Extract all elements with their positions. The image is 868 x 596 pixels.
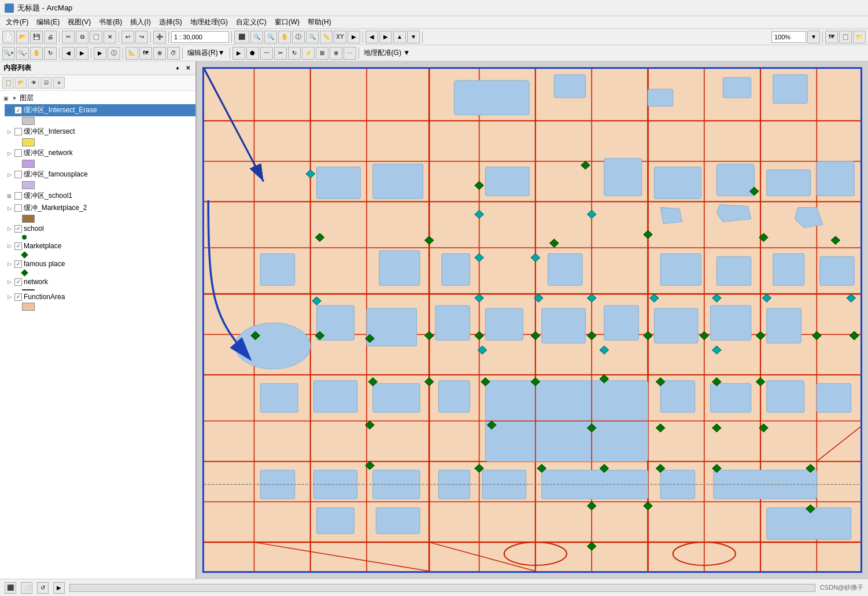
layer-symbol-8 bbox=[21, 251, 28, 259]
copy-button[interactable]: ⧉ bbox=[76, 31, 88, 43]
cut-button[interactable]: ✂ bbox=[62, 31, 75, 43]
edit-tool[interactable]: ▶ bbox=[232, 47, 245, 60]
rotate-tool[interactable]: ↻ bbox=[44, 47, 57, 60]
status-btn-2[interactable]: ⬜ bbox=[21, 582, 32, 594]
measure-tool[interactable]: 📐 bbox=[125, 47, 138, 60]
status-rotate-btn[interactable]: ↺ bbox=[37, 582, 49, 594]
layer-row-header-3[interactable]: ▷ 缓冲区_network bbox=[5, 147, 195, 159]
layer-row-header-4[interactable]: ▷ 缓冲区_famousplace bbox=[5, 168, 195, 181]
edit-reshape-tool[interactable]: 〰 bbox=[260, 47, 273, 60]
menu-edit[interactable]: 编辑(E) bbox=[33, 16, 63, 28]
toc-list-by-selection-btn[interactable]: ☑ bbox=[40, 77, 52, 89]
toc-list-by-visibility-btn[interactable]: 👁 bbox=[28, 77, 39, 89]
pan-down-button[interactable]: ▼ bbox=[407, 31, 420, 43]
menu-bookmarks[interactable]: 书签(B) bbox=[95, 16, 125, 28]
edit-more-tool[interactable]: ⋯ bbox=[343, 47, 356, 60]
status-scrollbar[interactable] bbox=[69, 584, 815, 592]
measure-button[interactable]: 📏 bbox=[320, 31, 333, 43]
save-button[interactable]: 💾 bbox=[30, 31, 43, 43]
toc-pin-icon[interactable]: ♦ bbox=[173, 64, 182, 72]
find-route-tool[interactable]: 🗺 bbox=[139, 47, 152, 60]
toc-list-by-drawing-btn[interactable]: 📋 bbox=[2, 77, 14, 89]
toc-group-header[interactable]: ▣ ▼ 图层 bbox=[0, 92, 195, 104]
layer-row-header-2[interactable]: ▷ 缓冲区_Intersect bbox=[5, 126, 195, 138]
menu-file[interactable]: 文件(F) bbox=[2, 16, 32, 28]
menu-select[interactable]: 选择(S) bbox=[156, 16, 186, 28]
zoom-percent-input[interactable] bbox=[771, 31, 806, 43]
layer-row-header-1[interactable]: ▽ 缓冲区_Intersect_Erase bbox=[5, 104, 195, 116]
add-data-button[interactable]: ➕ bbox=[153, 31, 166, 43]
forward-extent-button[interactable]: ▶ bbox=[76, 47, 88, 60]
layer-row-header-5[interactable]: ⊞ 缓冲区_school1 bbox=[5, 190, 195, 202]
pan-left-button[interactable]: ◀ bbox=[365, 31, 378, 43]
identify-button[interactable]: ⓘ bbox=[292, 31, 305, 43]
go-to-xy-button[interactable]: XY bbox=[334, 31, 346, 43]
layer-symbol-6 bbox=[22, 215, 35, 223]
status-btn-1[interactable]: ⬛ bbox=[5, 582, 16, 594]
layer-row-header-11[interactable]: ▷ FunctionArea bbox=[5, 292, 195, 302]
layer-checkbox-8[interactable] bbox=[14, 242, 22, 250]
zoom-out-button[interactable]: 🔍 bbox=[264, 31, 277, 43]
edit-cut-tool[interactable]: ⚡ bbox=[302, 47, 315, 60]
edit-merge-tool[interactable]: ⊞ bbox=[316, 47, 328, 60]
zoom-out-tool[interactable]: 🔍- bbox=[16, 47, 29, 60]
layer-checkbox-4[interactable] bbox=[14, 171, 22, 178]
catalog-button[interactable]: 📁 bbox=[853, 31, 866, 43]
svg-rect-38 bbox=[817, 161, 854, 196]
select-elements-button[interactable]: ▶ bbox=[348, 31, 360, 43]
menu-view[interactable]: 视图(V) bbox=[64, 16, 94, 28]
menu-customize[interactable]: 自定义(C) bbox=[232, 16, 270, 28]
open-button[interactable]: 📂 bbox=[16, 31, 29, 43]
layer-row-header-8[interactable]: ▷ Marketplace bbox=[5, 241, 195, 251]
layer-checkbox-6[interactable] bbox=[14, 204, 22, 212]
toc-options-btn[interactable]: ≡ bbox=[53, 77, 65, 89]
pan-right-button[interactable]: ▶ bbox=[379, 31, 392, 43]
layer-checkbox-9[interactable] bbox=[14, 260, 22, 268]
layer-checkbox-5[interactable] bbox=[14, 192, 22, 200]
find-button[interactable]: 🔍 bbox=[306, 31, 319, 43]
layer-row-header-6[interactable]: ▷ 缓冲_Marketplace_2 bbox=[5, 202, 195, 214]
select-features-tool[interactable]: ▶ bbox=[94, 47, 106, 60]
layer-row-header-9[interactable]: ▷ famous place bbox=[5, 259, 195, 269]
zoom-percent-btn[interactable]: ▼ bbox=[807, 31, 820, 43]
edit-split-tool[interactable]: ✂ bbox=[274, 47, 287, 60]
zoom-in-button[interactable]: 🔍 bbox=[250, 31, 263, 43]
layer-checkbox-11[interactable] bbox=[14, 293, 22, 301]
layer-checkbox-7[interactable] bbox=[14, 225, 22, 233]
menu-help[interactable]: 帮助(H) bbox=[304, 16, 335, 28]
undo-button[interactable]: ↩ bbox=[121, 31, 134, 43]
time-slider-tool[interactable]: ⏱ bbox=[167, 47, 180, 60]
pan-up-button[interactable]: ▲ bbox=[393, 31, 406, 43]
delete-button[interactable]: ✕ bbox=[104, 31, 116, 43]
layer-checkbox-1[interactable] bbox=[14, 106, 22, 114]
toc-close-icon[interactable]: ✕ bbox=[184, 64, 192, 72]
menu-insert[interactable]: 插入(I) bbox=[127, 16, 154, 28]
identify-tool[interactable]: ⓘ bbox=[108, 47, 120, 60]
layer-row-header-7[interactable]: ▷ school bbox=[5, 223, 195, 234]
menu-geoprocessing[interactable]: 地理处理(G) bbox=[187, 16, 231, 28]
toc-button[interactable]: 📋 bbox=[839, 31, 852, 43]
pan-tool[interactable]: ✋ bbox=[30, 47, 43, 60]
edit-rotate-tool[interactable]: ↻ bbox=[288, 47, 301, 60]
layer-checkbox-2[interactable] bbox=[14, 128, 22, 135]
menu-window[interactable]: 窗口(W) bbox=[271, 16, 303, 28]
edit-union-tool[interactable]: ⊕ bbox=[330, 47, 342, 60]
layer-checkbox-10[interactable] bbox=[14, 278, 22, 286]
zoom-in-tool[interactable]: 🔍+ bbox=[2, 47, 15, 60]
print-button[interactable]: 🖨 bbox=[44, 31, 57, 43]
map-tips-button[interactable]: 🗺 bbox=[825, 31, 838, 43]
redo-button[interactable]: ↪ bbox=[135, 31, 148, 43]
full-extent-button[interactable]: ⬛ bbox=[234, 31, 249, 43]
map-area[interactable] bbox=[197, 61, 868, 579]
pan-button[interactable]: ✋ bbox=[278, 31, 291, 43]
toc-list-by-source-btn[interactable]: 📂 bbox=[15, 77, 27, 89]
new-button[interactable]: 📄 bbox=[2, 31, 15, 43]
layer-checkbox-3[interactable] bbox=[14, 149, 22, 157]
edit-vertices-tool[interactable]: ⬟ bbox=[246, 47, 259, 60]
go-xy-tool[interactable]: ⊕ bbox=[153, 47, 166, 60]
back-extent-button[interactable]: ◀ bbox=[62, 47, 75, 60]
layer-row-header-10[interactable]: ▷ network bbox=[5, 277, 195, 287]
paste-button[interactable]: 📋 bbox=[90, 31, 102, 43]
status-next-btn[interactable]: ▶ bbox=[53, 582, 65, 594]
scale-input[interactable] bbox=[171, 31, 229, 43]
